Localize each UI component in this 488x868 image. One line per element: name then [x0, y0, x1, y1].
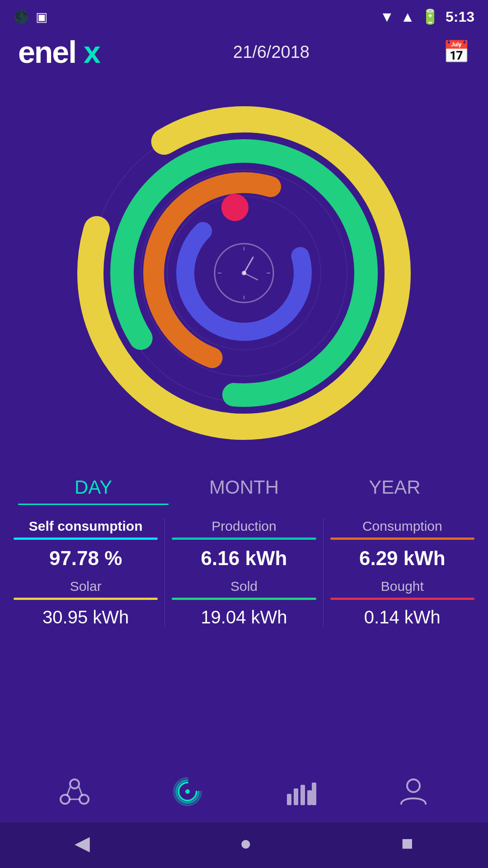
stat-main-value-1: 97.78 %	[49, 547, 122, 570]
recents-button[interactable]: ■	[401, 832, 413, 854]
back-button[interactable]: ◀	[75, 831, 90, 854]
stat-col-production: Production 6.16 kWh Sold 19.04 kWh	[167, 519, 320, 627]
svg-point-11	[242, 271, 246, 275]
stat-col-consumption: Consumption 6.29 kWh Bought 0.14 kWh	[326, 519, 479, 627]
stat-main-label-3: Consumption	[362, 519, 442, 534]
battery-icon: 🔋	[421, 8, 439, 25]
status-bar: 🌑 ▣ ▼ ▲ 🔋 5:13	[0, 0, 488, 30]
svg-line-10	[244, 273, 258, 280]
nav-energy-icon[interactable]	[172, 776, 203, 813]
svg-line-9	[244, 257, 253, 273]
donut-chart-svg	[59, 88, 429, 458]
svg-point-24	[407, 779, 420, 792]
stat-sub-label-1: Solar	[70, 579, 102, 594]
svg-rect-23	[312, 783, 316, 805]
stat-col-selfconsumption: Self consumption 97.78 % Solar 30.95 kWh	[9, 519, 162, 627]
stat-sub-bar-1	[14, 598, 158, 600]
svg-rect-19	[287, 794, 291, 805]
tab-month[interactable]: MONTH	[169, 476, 319, 505]
time-display: 5:13	[446, 9, 474, 25]
signal-bars-icon: ▲	[400, 9, 415, 25]
svg-point-12	[70, 779, 79, 788]
stats-section: Self consumption 97.78 % Solar 30.95 kWh…	[0, 505, 488, 627]
svg-rect-21	[300, 785, 305, 805]
stat-sub-label-3: Bought	[381, 579, 424, 594]
svg-point-18	[185, 789, 190, 794]
calendar-button[interactable]: 📅	[443, 39, 470, 65]
wifi-icon: ▼	[380, 9, 394, 25]
stat-sub-value-2: 19.04 kWh	[201, 607, 287, 627]
home-button[interactable]: ●	[239, 832, 252, 854]
stat-bar-3	[330, 538, 474, 540]
stat-sub-value-1: 30.95 kWh	[42, 607, 129, 627]
stat-sub-bar-2	[172, 598, 316, 600]
tab-year[interactable]: YEAR	[319, 476, 470, 505]
app-logo: enel x	[18, 34, 100, 70]
stat-main-label-1: Self consumption	[29, 519, 143, 534]
period-tabs: DAY MONTH YEAR	[0, 467, 488, 505]
svg-point-14	[80, 795, 89, 804]
pink-indicator	[221, 194, 249, 221]
stat-bar-2	[172, 538, 316, 540]
date-display: 21/6/2018	[233, 42, 310, 62]
svg-rect-22	[307, 790, 312, 805]
stat-sub-bar-3	[330, 598, 474, 600]
stat-main-value-2: 6.16 kWh	[201, 547, 287, 570]
stat-main-value-3: 6.29 kWh	[359, 547, 446, 570]
status-left-icons: 🌑 ▣	[14, 9, 47, 24]
stat-bar-1	[14, 538, 158, 540]
stat-main-label-2: Production	[211, 519, 276, 534]
status-right-icons: ▼ ▲ 🔋 5:13	[380, 8, 474, 25]
nav-profile-icon[interactable]	[398, 776, 429, 813]
divider-1	[164, 519, 165, 627]
android-nav-bar: ◀ ● ■	[0, 822, 488, 868]
bottom-nav: ◀ ● ■	[0, 765, 488, 868]
nav-network-icon[interactable]	[59, 776, 90, 813]
svg-rect-20	[294, 788, 298, 805]
signal-icon: 🌑	[14, 9, 29, 24]
svg-line-16	[79, 787, 82, 796]
clock-icon	[215, 244, 273, 302]
energy-chart	[0, 79, 488, 467]
nav-icon-bar	[0, 765, 488, 822]
tab-day[interactable]: DAY	[18, 476, 169, 505]
sim-icon: ▣	[36, 9, 47, 24]
stat-sub-label-2: Sold	[230, 579, 258, 594]
header: enel x 21/6/2018 📅	[0, 30, 488, 79]
svg-line-15	[67, 787, 70, 796]
svg-point-13	[61, 795, 70, 804]
divider-2	[323, 519, 324, 627]
stat-sub-value-3: 0.14 kWh	[364, 607, 441, 627]
nav-stats-icon[interactable]	[285, 776, 316, 813]
